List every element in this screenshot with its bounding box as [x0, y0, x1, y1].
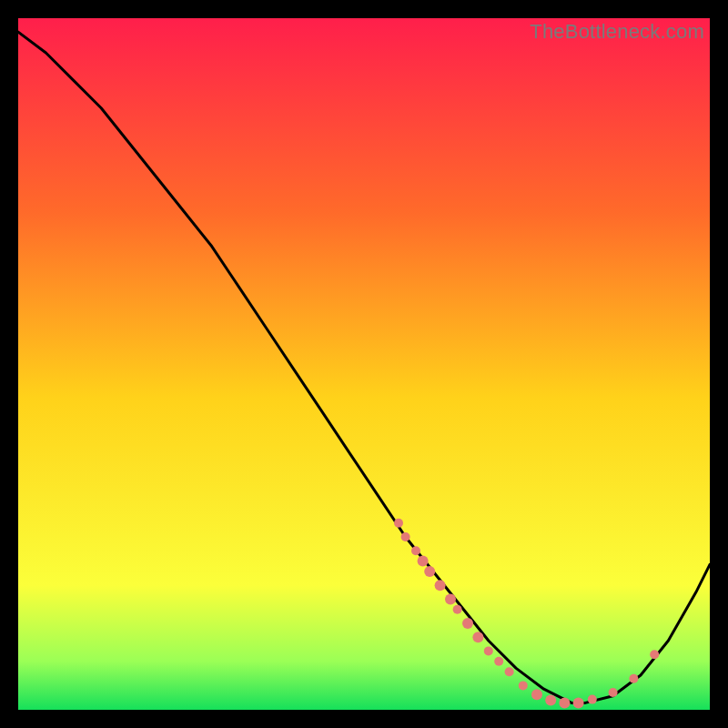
sample-dot	[519, 681, 528, 690]
sample-dot	[453, 605, 462, 614]
sample-dot	[445, 593, 456, 604]
plot-background	[18, 18, 710, 710]
sample-dot	[545, 694, 556, 705]
watermark-text: TheBottleneck.com	[530, 20, 704, 44]
sample-dot	[401, 532, 410, 541]
sample-dot	[462, 618, 473, 629]
sample-dot	[494, 657, 503, 666]
sample-dot	[588, 695, 597, 704]
sample-dot	[505, 667, 514, 676]
sample-dot	[424, 566, 435, 577]
sample-dot	[650, 650, 659, 659]
sample-dot	[394, 519, 403, 528]
sample-dot	[418, 556, 429, 567]
sample-dot	[472, 632, 483, 642]
sample-dot	[609, 688, 618, 697]
sample-dot	[411, 546, 420, 555]
sample-dot	[559, 697, 570, 708]
sample-dot	[629, 674, 638, 683]
sample-dot	[531, 689, 542, 700]
chart-frame: TheBottleneck.com	[18, 18, 710, 710]
gradient-plot	[18, 18, 710, 710]
sample-dot	[573, 697, 584, 708]
sample-dot	[484, 646, 493, 655]
sample-dot	[435, 580, 446, 591]
